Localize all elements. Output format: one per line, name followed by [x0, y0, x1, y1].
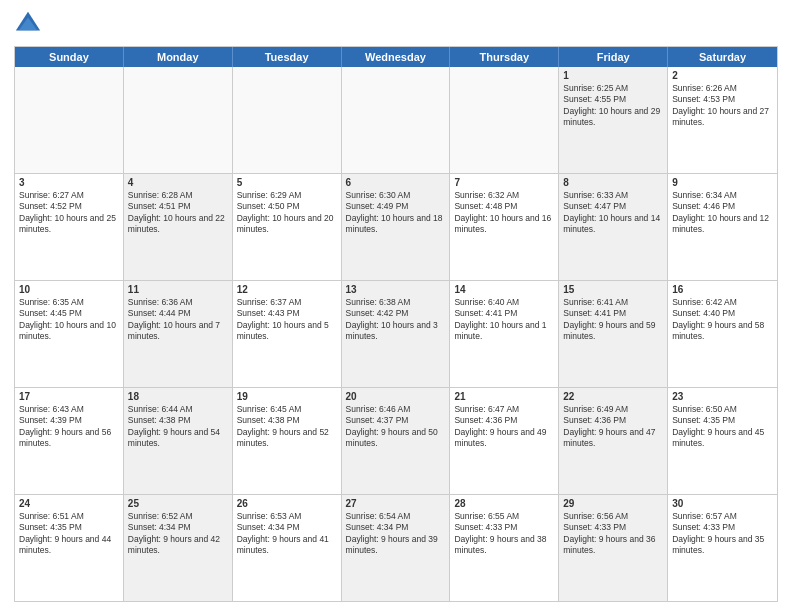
day-number: 21 — [454, 391, 554, 402]
cell-daylight-info: Sunrise: 6:35 AM Sunset: 4:45 PM Dayligh… — [19, 297, 119, 343]
calendar-cell: 22Sunrise: 6:49 AM Sunset: 4:36 PM Dayli… — [559, 388, 668, 494]
weekday-header: Tuesday — [233, 47, 342, 67]
calendar-row: 1Sunrise: 6:25 AM Sunset: 4:55 PM Daylig… — [15, 67, 777, 173]
calendar-cell — [124, 67, 233, 173]
cell-daylight-info: Sunrise: 6:56 AM Sunset: 4:33 PM Dayligh… — [563, 511, 663, 557]
day-number: 3 — [19, 177, 119, 188]
calendar-cell: 7Sunrise: 6:32 AM Sunset: 4:48 PM Daylig… — [450, 174, 559, 280]
cell-daylight-info: Sunrise: 6:51 AM Sunset: 4:35 PM Dayligh… — [19, 511, 119, 557]
calendar-cell: 21Sunrise: 6:47 AM Sunset: 4:36 PM Dayli… — [450, 388, 559, 494]
day-number: 12 — [237, 284, 337, 295]
cell-daylight-info: Sunrise: 6:28 AM Sunset: 4:51 PM Dayligh… — [128, 190, 228, 236]
calendar-cell: 26Sunrise: 6:53 AM Sunset: 4:34 PM Dayli… — [233, 495, 342, 601]
calendar-cell: 9Sunrise: 6:34 AM Sunset: 4:46 PM Daylig… — [668, 174, 777, 280]
logo-icon — [14, 10, 42, 38]
day-number: 19 — [237, 391, 337, 402]
calendar: SundayMondayTuesdayWednesdayThursdayFrid… — [14, 46, 778, 602]
cell-daylight-info: Sunrise: 6:57 AM Sunset: 4:33 PM Dayligh… — [672, 511, 773, 557]
calendar-cell — [15, 67, 124, 173]
calendar-cell: 25Sunrise: 6:52 AM Sunset: 4:34 PM Dayli… — [124, 495, 233, 601]
cell-daylight-info: Sunrise: 6:41 AM Sunset: 4:41 PM Dayligh… — [563, 297, 663, 343]
day-number: 27 — [346, 498, 446, 509]
day-number: 16 — [672, 284, 773, 295]
cell-daylight-info: Sunrise: 6:33 AM Sunset: 4:47 PM Dayligh… — [563, 190, 663, 236]
day-number: 8 — [563, 177, 663, 188]
day-number: 6 — [346, 177, 446, 188]
calendar-cell: 30Sunrise: 6:57 AM Sunset: 4:33 PM Dayli… — [668, 495, 777, 601]
calendar-cell: 16Sunrise: 6:42 AM Sunset: 4:40 PM Dayli… — [668, 281, 777, 387]
day-number: 23 — [672, 391, 773, 402]
calendar-cell: 2Sunrise: 6:26 AM Sunset: 4:53 PM Daylig… — [668, 67, 777, 173]
cell-daylight-info: Sunrise: 6:42 AM Sunset: 4:40 PM Dayligh… — [672, 297, 773, 343]
calendar-cell — [233, 67, 342, 173]
weekday-header: Monday — [124, 47, 233, 67]
calendar-cell: 19Sunrise: 6:45 AM Sunset: 4:38 PM Dayli… — [233, 388, 342, 494]
calendar-cell: 18Sunrise: 6:44 AM Sunset: 4:38 PM Dayli… — [124, 388, 233, 494]
calendar-cell: 20Sunrise: 6:46 AM Sunset: 4:37 PM Dayli… — [342, 388, 451, 494]
weekday-header: Thursday — [450, 47, 559, 67]
cell-daylight-info: Sunrise: 6:30 AM Sunset: 4:49 PM Dayligh… — [346, 190, 446, 236]
calendar-cell: 27Sunrise: 6:54 AM Sunset: 4:34 PM Dayli… — [342, 495, 451, 601]
day-number: 18 — [128, 391, 228, 402]
cell-daylight-info: Sunrise: 6:38 AM Sunset: 4:42 PM Dayligh… — [346, 297, 446, 343]
day-number: 17 — [19, 391, 119, 402]
cell-daylight-info: Sunrise: 6:44 AM Sunset: 4:38 PM Dayligh… — [128, 404, 228, 450]
weekday-header: Saturday — [668, 47, 777, 67]
calendar-cell — [450, 67, 559, 173]
calendar-row: 17Sunrise: 6:43 AM Sunset: 4:39 PM Dayli… — [15, 387, 777, 494]
day-number: 5 — [237, 177, 337, 188]
cell-daylight-info: Sunrise: 6:32 AM Sunset: 4:48 PM Dayligh… — [454, 190, 554, 236]
calendar-cell: 17Sunrise: 6:43 AM Sunset: 4:39 PM Dayli… — [15, 388, 124, 494]
page: SundayMondayTuesdayWednesdayThursdayFrid… — [0, 0, 792, 612]
day-number: 28 — [454, 498, 554, 509]
day-number: 10 — [19, 284, 119, 295]
calendar-cell: 3Sunrise: 6:27 AM Sunset: 4:52 PM Daylig… — [15, 174, 124, 280]
calendar-cell: 29Sunrise: 6:56 AM Sunset: 4:33 PM Dayli… — [559, 495, 668, 601]
day-number: 25 — [128, 498, 228, 509]
day-number: 1 — [563, 70, 663, 81]
day-number: 9 — [672, 177, 773, 188]
day-number: 26 — [237, 498, 337, 509]
day-number: 15 — [563, 284, 663, 295]
cell-daylight-info: Sunrise: 6:55 AM Sunset: 4:33 PM Dayligh… — [454, 511, 554, 557]
header — [14, 10, 778, 38]
cell-daylight-info: Sunrise: 6:25 AM Sunset: 4:55 PM Dayligh… — [563, 83, 663, 129]
calendar-cell: 24Sunrise: 6:51 AM Sunset: 4:35 PM Dayli… — [15, 495, 124, 601]
day-number: 4 — [128, 177, 228, 188]
cell-daylight-info: Sunrise: 6:29 AM Sunset: 4:50 PM Dayligh… — [237, 190, 337, 236]
calendar-row: 24Sunrise: 6:51 AM Sunset: 4:35 PM Dayli… — [15, 494, 777, 601]
cell-daylight-info: Sunrise: 6:53 AM Sunset: 4:34 PM Dayligh… — [237, 511, 337, 557]
calendar-cell: 23Sunrise: 6:50 AM Sunset: 4:35 PM Dayli… — [668, 388, 777, 494]
calendar-row: 10Sunrise: 6:35 AM Sunset: 4:45 PM Dayli… — [15, 280, 777, 387]
cell-daylight-info: Sunrise: 6:54 AM Sunset: 4:34 PM Dayligh… — [346, 511, 446, 557]
weekday-header: Sunday — [15, 47, 124, 67]
calendar-cell — [342, 67, 451, 173]
day-number: 7 — [454, 177, 554, 188]
logo — [14, 10, 46, 38]
day-number: 2 — [672, 70, 773, 81]
cell-daylight-info: Sunrise: 6:43 AM Sunset: 4:39 PM Dayligh… — [19, 404, 119, 450]
cell-daylight-info: Sunrise: 6:52 AM Sunset: 4:34 PM Dayligh… — [128, 511, 228, 557]
calendar-cell: 14Sunrise: 6:40 AM Sunset: 4:41 PM Dayli… — [450, 281, 559, 387]
day-number: 22 — [563, 391, 663, 402]
day-number: 30 — [672, 498, 773, 509]
day-number: 11 — [128, 284, 228, 295]
calendar-cell: 8Sunrise: 6:33 AM Sunset: 4:47 PM Daylig… — [559, 174, 668, 280]
cell-daylight-info: Sunrise: 6:46 AM Sunset: 4:37 PM Dayligh… — [346, 404, 446, 450]
calendar-cell: 28Sunrise: 6:55 AM Sunset: 4:33 PM Dayli… — [450, 495, 559, 601]
cell-daylight-info: Sunrise: 6:36 AM Sunset: 4:44 PM Dayligh… — [128, 297, 228, 343]
cell-daylight-info: Sunrise: 6:34 AM Sunset: 4:46 PM Dayligh… — [672, 190, 773, 236]
weekday-header: Friday — [559, 47, 668, 67]
day-number: 20 — [346, 391, 446, 402]
calendar-cell: 15Sunrise: 6:41 AM Sunset: 4:41 PM Dayli… — [559, 281, 668, 387]
cell-daylight-info: Sunrise: 6:27 AM Sunset: 4:52 PM Dayligh… — [19, 190, 119, 236]
cell-daylight-info: Sunrise: 6:37 AM Sunset: 4:43 PM Dayligh… — [237, 297, 337, 343]
day-number: 13 — [346, 284, 446, 295]
weekday-header: Wednesday — [342, 47, 451, 67]
cell-daylight-info: Sunrise: 6:26 AM Sunset: 4:53 PM Dayligh… — [672, 83, 773, 129]
calendar-body: 1Sunrise: 6:25 AM Sunset: 4:55 PM Daylig… — [15, 67, 777, 601]
calendar-cell: 12Sunrise: 6:37 AM Sunset: 4:43 PM Dayli… — [233, 281, 342, 387]
cell-daylight-info: Sunrise: 6:40 AM Sunset: 4:41 PM Dayligh… — [454, 297, 554, 343]
calendar-header: SundayMondayTuesdayWednesdayThursdayFrid… — [15, 47, 777, 67]
calendar-cell: 13Sunrise: 6:38 AM Sunset: 4:42 PM Dayli… — [342, 281, 451, 387]
